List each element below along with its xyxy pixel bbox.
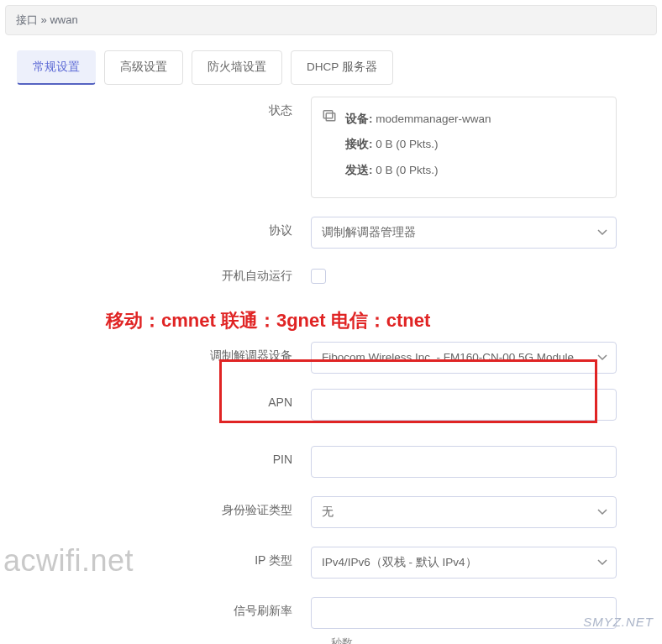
- row-auth-type: 身份验证类型 无: [22, 496, 640, 528]
- status-device-value: modemmanager-wwan: [376, 113, 491, 125]
- select-modem-device[interactable]: Fibocom Wireless Inc. - FM160-CN-00 5G M…: [311, 342, 617, 374]
- status-rx-value: 0 B (0 Pkts.): [376, 138, 438, 150]
- row-status: 状态 设备: modemmanager-wwan 接收: 0 B (0 Pkts…: [22, 97, 640, 198]
- tabs-container: 常规设置 高级设置 防火墙设置 DHCP 服务器: [0, 50, 662, 85]
- label-ip-type: IP 类型: [22, 547, 311, 568]
- svg-rect-0: [323, 111, 333, 118]
- input-signal-rate[interactable]: [311, 597, 617, 629]
- status-rx-label: 接收:: [345, 138, 373, 150]
- select-protocol[interactable]: 调制解调器管理器: [311, 217, 617, 249]
- help-signal-rate: 秒数: [22, 636, 640, 644]
- label-status: 状态: [22, 97, 311, 118]
- svg-rect-1: [326, 113, 335, 121]
- label-modem-device: 调制解调器设备: [22, 342, 311, 364]
- breadcrumb: 接口 » wwan: [5, 5, 657, 35]
- row-modem-device: 调制解调器设备 Fibocom Wireless Inc. - FM160-CN…: [22, 342, 640, 374]
- status-tx-value: 0 B (0 Pkts.): [376, 164, 438, 176]
- select-auth-type[interactable]: 无: [311, 496, 617, 528]
- status-box: 设备: modemmanager-wwan 接收: 0 B (0 Pkts.) …: [311, 97, 617, 198]
- label-apn: APN: [22, 389, 311, 409]
- input-apn[interactable]: [311, 389, 617, 421]
- annotation-text: 移动：cmnet 联通：3gnet 电信：ctnet: [22, 305, 640, 342]
- tab-advanced[interactable]: 高级设置: [104, 50, 183, 85]
- checkbox-autostart[interactable]: [311, 269, 326, 284]
- tab-general[interactable]: 常规设置: [17, 50, 96, 85]
- label-protocol: 协议: [22, 217, 311, 238]
- row-autostart: 开机自动运行: [22, 267, 640, 286]
- row-signal-rate: 信号刷新率: [22, 597, 640, 629]
- row-ip-type: IP 类型 IPv4/IPv6（双栈 - 默认 IPv4）: [22, 547, 640, 579]
- status-tx-label: 发送:: [345, 164, 373, 176]
- row-apn: APN: [22, 389, 640, 421]
- status-device-label: 设备:: [345, 113, 373, 125]
- label-auth-type: 身份验证类型: [22, 496, 311, 518]
- row-protocol: 协议 调制解调器管理器: [22, 217, 640, 249]
- device-icon: [322, 107, 337, 123]
- row-pin: PIN: [22, 446, 640, 478]
- label-signal-rate: 信号刷新率: [22, 597, 311, 619]
- label-pin: PIN: [22, 446, 311, 466]
- tab-dhcp[interactable]: DHCP 服务器: [291, 50, 393, 85]
- tab-firewall[interactable]: 防火墙设置: [192, 50, 282, 85]
- input-pin[interactable]: [311, 446, 617, 478]
- select-ip-type[interactable]: IPv4/IPv6（双栈 - 默认 IPv4）: [311, 547, 617, 579]
- form-area: 状态 设备: modemmanager-wwan 接收: 0 B (0 Pkts…: [0, 97, 662, 644]
- label-autostart: 开机自动运行: [22, 267, 311, 284]
